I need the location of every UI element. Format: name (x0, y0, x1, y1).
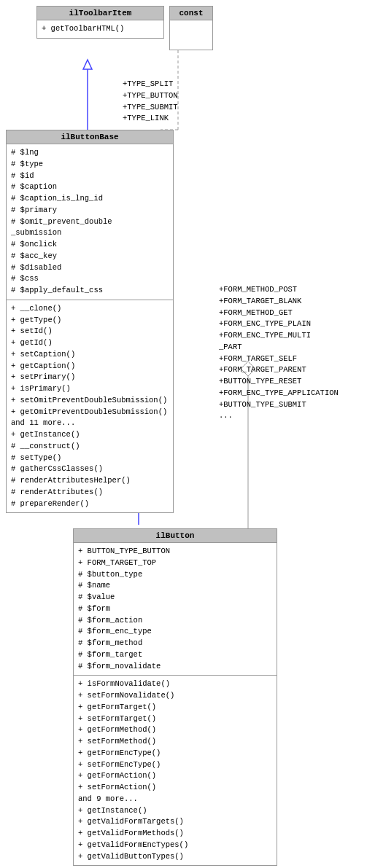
ilbutton-title: ilButton (156, 531, 195, 540)
toolbar-item-method-text: + getToolbarHTML() (42, 24, 124, 33)
svg-marker-1 (83, 60, 92, 69)
ilbutton-box: ilButton + BUTTON_TYPE_BUTTON + FORM_TAR… (73, 528, 277, 866)
toolbar-item-box: ilToolbarItem + getToolbarHTML() (36, 6, 164, 39)
const-title: const (179, 9, 203, 17)
diagram-container: ilToolbarItem + getToolbarHTML() const +… (0, 0, 367, 868)
button-base-title: ilButtonBase (61, 133, 118, 141)
const-box-header: const (170, 7, 212, 20)
button-base-methods: + __clone() + getType() + setId() + getI… (7, 300, 173, 513)
toolbar-item-title: ilToolbarItem (69, 9, 132, 17)
ilbutton-section2: + isFormNovalidate() + setFormNovalidate… (74, 676, 277, 865)
const-box-body (170, 20, 212, 50)
ilbutton-header: ilButton (74, 529, 277, 543)
ilbutton-section1: + BUTTON_TYPE_BUTTON + FORM_TARGET_TOP #… (74, 543, 277, 676)
button-base-box: ilButtonBase # $lng # $type # $id # $cap… (6, 130, 174, 513)
toolbar-item-header: ilToolbarItem (37, 7, 163, 20)
button-base-properties: # $lng # $type # $id # $caption # $capti… (7, 144, 173, 300)
type-constants-label: +TYPE_SPLIT +TYPE_BUTTON +TYPE_SUBMIT +T… (123, 79, 178, 125)
toolbar-item-methods: + getToolbarHTML() (37, 20, 163, 38)
const-box: const (169, 6, 213, 50)
right-constants-label: +FORM_METHOD_POST +FORM_TARGET_BLANK +FO… (219, 284, 339, 422)
button-base-header: ilButtonBase (7, 130, 173, 144)
